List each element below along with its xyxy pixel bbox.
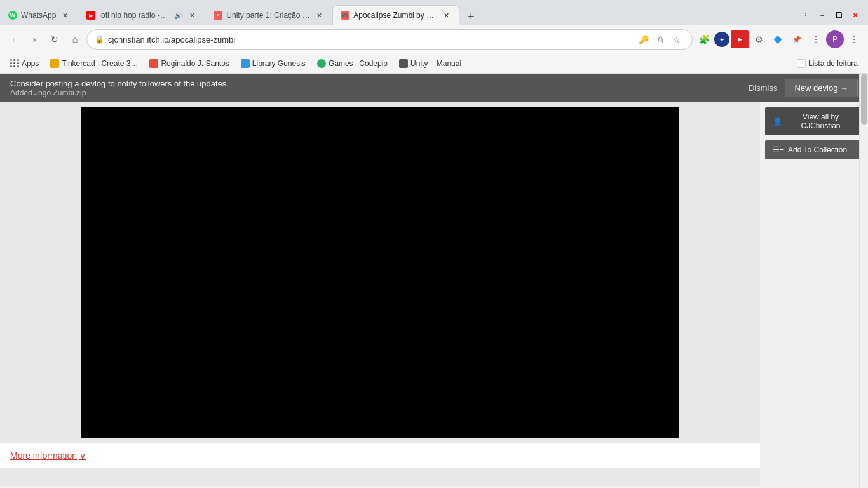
tab-lofi-mute[interactable]: 🔊 bbox=[173, 10, 183, 20]
window-controls: ⋮ − ⧠ ✕ bbox=[798, 8, 868, 25]
scrollbar[interactable] bbox=[859, 74, 868, 488]
url-action-icons: 🔑 ⎙ ☆ bbox=[636, 32, 684, 47]
notification-line2: Added Jogo Zumbi.zip bbox=[10, 88, 229, 97]
bookmark-apps-label: Apps bbox=[22, 59, 39, 68]
bookmark-tinkercad[interactable]: Tinkercad | Create 3… bbox=[45, 58, 143, 69]
lofi-favicon: ▶ bbox=[86, 11, 95, 20]
toolbar-icons: 🧩 ✦ ▶ ⚙ 🔷 📌 ⋮ P ⋮ bbox=[695, 30, 863, 48]
tab-lofi[interactable]: ▶ lofi hip hop radio - beats to 🔊 ✕ bbox=[78, 5, 205, 25]
notification-actions: Dismiss New devlog → bbox=[749, 79, 858, 97]
lista-favicon bbox=[797, 59, 806, 68]
bookmark-libgen[interactable]: Library Genesis bbox=[236, 58, 311, 69]
bookmark-apps[interactable]: Apps bbox=[5, 58, 44, 69]
reginaldo-favicon bbox=[149, 59, 158, 68]
bookmark-star-icon[interactable]: ☆ bbox=[669, 32, 684, 47]
bookmark-lista-label: Lista de leitura bbox=[808, 59, 858, 68]
home-button[interactable]: ⌂ bbox=[66, 30, 84, 48]
expand-icon[interactable]: ⋮ bbox=[798, 8, 813, 23]
notification-bar: Consider posting a devlog to notify foll… bbox=[0, 74, 868, 102]
tab-apocalipse-label: Apocalipse Zumbi by CJChristian bbox=[353, 11, 437, 20]
sidebar: 👤 View all by CJChristian ☰+ Add To Coll… bbox=[760, 102, 868, 486]
settings-icon[interactable]: ⚙ bbox=[750, 30, 768, 48]
maximize-button[interactable]: ⧠ bbox=[831, 8, 846, 23]
chrome-frame: W WhatsApp ✕ ▶ lofi hip hop radio - beat… bbox=[0, 0, 868, 74]
libgen-favicon bbox=[241, 59, 250, 68]
unity-bm-favicon bbox=[399, 59, 408, 68]
whatsapp-favicon: W bbox=[8, 11, 17, 20]
bookmarks-bar: Apps Tinkercad | Create 3… Reginaldo J. … bbox=[0, 53, 868, 74]
back-button[interactable]: ‹ bbox=[5, 30, 23, 48]
add-collection-label: Add To Collection bbox=[788, 146, 847, 154]
profile-avatar[interactable]: P bbox=[826, 30, 844, 48]
tab-whatsapp-close[interactable]: ✕ bbox=[60, 10, 70, 20]
tab-apocalipse[interactable]: 🎮 Apocalipse Zumbi by CJChristian ✕ bbox=[332, 5, 459, 25]
page-content: Consider posting a devlog to notify foll… bbox=[0, 74, 868, 488]
tab-whatsapp[interactable]: W WhatsApp ✕ bbox=[0, 5, 78, 25]
new-tab-button[interactable]: + bbox=[462, 8, 480, 25]
more-information-chevron: ∨ bbox=[79, 451, 86, 461]
url-text: cjchristian.itch.io/apocalipse-zumbi bbox=[108, 35, 632, 44]
add-to-collection-button[interactable]: ☰+ Add To Collection bbox=[765, 140, 863, 159]
extension-3-icon[interactable]: 🔷 bbox=[769, 30, 787, 48]
game-area: More information ∨ bbox=[0, 102, 760, 486]
game-footer: More information ∨ bbox=[0, 443, 760, 468]
bookmark-reginaldo-label: Reginaldo J. Santos bbox=[161, 59, 229, 68]
bookmark-codepip-label: Games | Codepip bbox=[329, 59, 388, 68]
bookmark-unity-label: Unity – Manual bbox=[410, 59, 461, 68]
notification-line1: Consider posting a devlog to notify foll… bbox=[10, 79, 229, 88]
tinkercad-favicon bbox=[50, 59, 59, 68]
bookmark-unity[interactable]: Unity – Manual bbox=[394, 58, 466, 69]
url-bar[interactable]: 🔒 cjchristian.itch.io/apocalipse-zumbi 🔑… bbox=[86, 29, 693, 50]
forward-button[interactable]: › bbox=[25, 30, 43, 48]
extensions-puzzle-icon[interactable]: 🧩 bbox=[695, 30, 713, 48]
view-all-label: View all by CJChristian bbox=[786, 112, 855, 130]
tab-unity-close[interactable]: ✕ bbox=[314, 10, 324, 20]
tab-unity[interactable]: a Unity parte 1: Criação de um jog ✕ bbox=[205, 5, 332, 25]
add-collection-icon: ☰+ bbox=[773, 146, 784, 154]
tab-lofi-label: lofi hip hop radio - beats to bbox=[99, 11, 169, 20]
extension-5-icon[interactable]: ⋮ bbox=[807, 30, 825, 48]
minimize-button[interactable]: − bbox=[815, 8, 830, 23]
tab-unity-label: Unity parte 1: Criação de um jog bbox=[226, 11, 310, 20]
view-all-button[interactable]: 👤 View all by CJChristian bbox=[765, 107, 863, 135]
key-icon[interactable]: 🔑 bbox=[636, 32, 651, 47]
chrome-menu-icon[interactable]: ⋮ bbox=[845, 30, 863, 48]
tab-bar: W WhatsApp ✕ ▶ lofi hip hop radio - beat… bbox=[0, 0, 868, 25]
dismiss-button[interactable]: Dismiss bbox=[749, 83, 778, 93]
bookmark-reginaldo[interactable]: Reginaldo J. Santos bbox=[144, 58, 234, 69]
codepip-favicon bbox=[317, 59, 326, 68]
address-bar: ‹ › ↻ ⌂ 🔒 cjchristian.itch.io/apocalipse… bbox=[0, 25, 868, 53]
notification-text: Consider posting a devlog to notify foll… bbox=[10, 79, 229, 97]
more-information-link[interactable]: More information ∨ bbox=[10, 451, 750, 461]
tab-lofi-close[interactable]: ✕ bbox=[187, 10, 197, 20]
reload-button[interactable]: ↻ bbox=[46, 30, 64, 48]
extension-2-icon[interactable]: ▶ bbox=[731, 30, 749, 48]
apocalipse-favicon: 🎮 bbox=[341, 11, 349, 20]
reading-list-bookmark[interactable]: Lista de leitura bbox=[792, 58, 863, 69]
new-devlog-button[interactable]: New devlog → bbox=[785, 79, 858, 97]
game-canvas[interactable] bbox=[81, 107, 679, 438]
bookmark-tinkercad-label: Tinkercad | Create 3… bbox=[62, 59, 138, 68]
tab-whatsapp-label: WhatsApp bbox=[21, 11, 56, 20]
extension-1-icon[interactable]: ✦ bbox=[714, 32, 729, 47]
share-icon[interactable]: ⎙ bbox=[653, 32, 668, 47]
main-area: More information ∨ 👤 View all by CJChris… bbox=[0, 102, 868, 486]
bookmark-libgen-label: Library Genesis bbox=[252, 59, 306, 68]
security-lock-icon: 🔒 bbox=[95, 35, 104, 44]
bookmark-codepip[interactable]: Games | Codepip bbox=[312, 58, 393, 69]
extension-4-icon[interactable]: 📌 bbox=[788, 30, 806, 48]
apps-grid-icon bbox=[10, 59, 19, 68]
more-information-text: More information bbox=[10, 451, 77, 461]
tab-apocalipse-close[interactable]: ✕ bbox=[441, 10, 451, 20]
unity-tab-favicon: a bbox=[214, 11, 222, 20]
close-button[interactable]: ✕ bbox=[848, 8, 863, 23]
scrollbar-thumb[interactable] bbox=[861, 74, 867, 125]
view-all-icon: 👤 bbox=[773, 117, 782, 126]
